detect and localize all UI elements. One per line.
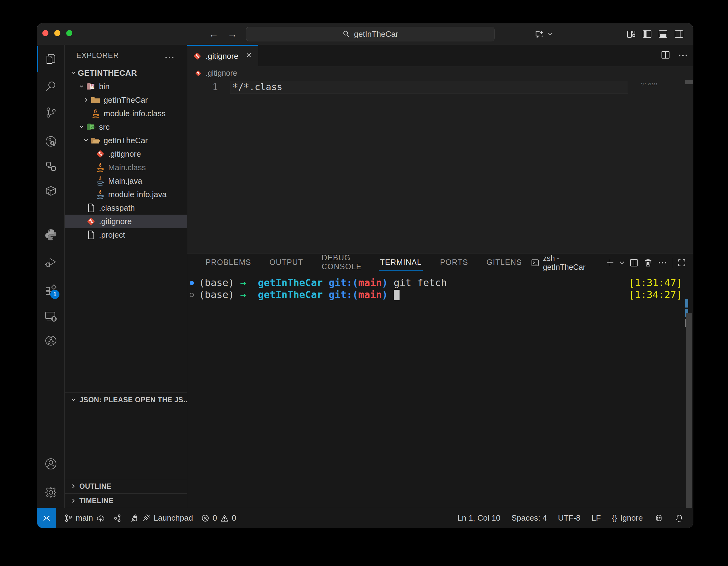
tree-root[interactable]: GETINTHECAR	[65, 66, 187, 80]
section-timeline-header[interactable]: TIMELINE	[65, 494, 187, 508]
language-mode-status[interactable]: {} Ignore	[612, 513, 643, 523]
toggle-panel-icon[interactable]	[658, 28, 669, 40]
close-window-button[interactable]	[42, 30, 48, 36]
tree-item-main-java[interactable]: Main.java	[65, 174, 187, 188]
tab-gitignore[interactable]: .gitignore	[187, 45, 258, 66]
command-pending-decoration-icon[interactable]	[190, 293, 194, 297]
notifications-status[interactable]	[675, 514, 684, 523]
editor-scrollbar[interactable]	[685, 80, 693, 84]
terminal-picker-chevron-icon[interactable]	[617, 256, 627, 269]
timestamp: [1:34:27]	[629, 289, 682, 301]
accounts-button[interactable]	[44, 457, 58, 471]
more-actions-icon[interactable]	[655, 256, 669, 269]
command-success-decoration-icon[interactable]	[190, 281, 194, 285]
tree-item-main-class[interactable]: Main.class	[65, 161, 187, 174]
sidebar-item-symbols[interactable]	[44, 159, 58, 173]
terminal-cursor	[394, 290, 400, 300]
section-outline-header[interactable]: OUTLINE	[65, 479, 187, 493]
terminal[interactable]: (base) → getInTheCar git:(main) git fetc…	[187, 271, 693, 301]
customize-layout-icon[interactable]	[626, 28, 637, 40]
extensions-badge: 1	[50, 290, 59, 299]
code-editor[interactable]: 1 */*.class */*.class	[187, 80, 693, 253]
copilot-icon	[654, 513, 664, 523]
toggle-sidebar-icon[interactable]	[642, 28, 653, 40]
tree-item-bin[interactable]: 0110 bin	[65, 80, 187, 93]
explorer-more-actions-icon[interactable]	[165, 52, 174, 61]
kill-terminal-icon[interactable]	[641, 256, 655, 269]
editor-actions	[661, 45, 688, 66]
tab-debug-console[interactable]: DEBUG CONSOLE	[320, 254, 363, 271]
active-indicator	[37, 46, 38, 72]
more-actions-icon[interactable]	[678, 53, 688, 58]
section-timeline: TIMELINE	[65, 493, 187, 508]
launchpad-status[interactable]: Launchpad	[130, 513, 193, 523]
branch-status[interactable]: main	[64, 513, 105, 523]
terminal-session[interactable]: zsh - getInTheCar	[531, 254, 597, 271]
tab-ports[interactable]: PORTS	[439, 254, 469, 271]
tree-item-gitignore-src[interactable]: .gitignore	[65, 147, 187, 161]
copilot-status[interactable]	[654, 513, 664, 523]
tree-item-module-info-class[interactable]: module-info.class	[65, 107, 187, 120]
minimize-window-button[interactable]	[54, 30, 60, 36]
panel-scrollbar[interactable]	[686, 314, 692, 508]
indentation-status[interactable]: Spaces: 4	[511, 513, 547, 523]
settings-button[interactable]	[44, 485, 58, 500]
cursor-position-status[interactable]: Ln 1, Col 10	[457, 513, 500, 523]
sidebar-item-containers[interactable]	[44, 184, 58, 198]
sidebar-item-search[interactable]	[44, 79, 58, 93]
git-icon	[195, 70, 202, 77]
split-terminal-icon[interactable]	[627, 256, 641, 269]
copilot-menu[interactable]	[533, 27, 554, 41]
back-arrow-icon[interactable]: ←	[207, 27, 220, 41]
remote-indicator[interactable]	[37, 508, 56, 528]
commit-graph-status[interactable]	[113, 514, 122, 522]
tree-item-classpath[interactable]: .classpath	[65, 201, 187, 214]
tree-item-src[interactable]: </> src	[65, 120, 187, 134]
chevron-down-icon	[69, 70, 78, 76]
files-icon	[44, 52, 58, 66]
sidebar-item-run-debug[interactable]	[44, 255, 58, 269]
encoding-status[interactable]: UTF-8	[558, 513, 581, 523]
section-json-header[interactable]: JSON: PLEASE OPEN THE JS...	[65, 393, 187, 407]
chevron-right-icon	[69, 483, 78, 489]
tab-terminal[interactable]: TERMINAL	[379, 254, 423, 271]
problems-status[interactable]: 0 0	[201, 513, 236, 523]
file-icon	[86, 203, 96, 213]
tab-gitlens[interactable]: GITLENS	[485, 254, 523, 271]
search-icon	[44, 79, 58, 93]
sidebar-item-extensions[interactable]: 1	[44, 283, 58, 298]
bell-icon	[675, 514, 684, 523]
maximize-panel-icon[interactable]	[675, 256, 689, 269]
sidebar-item-gitlens-inspect[interactable]	[44, 334, 58, 348]
breadcrumb[interactable]: .gitignore	[187, 66, 693, 80]
sidebar-item-source-control[interactable]	[44, 105, 58, 120]
tree-item-project[interactable]: .project	[65, 228, 187, 241]
tab-output[interactable]: OUTPUT	[268, 254, 305, 271]
eol-status[interactable]: LF	[592, 513, 601, 523]
sidebar-item-explorer[interactable]	[44, 52, 58, 66]
split-editor-icon[interactable]	[661, 50, 670, 61]
sidebar-item-python[interactable]	[44, 228, 58, 242]
code-line: */*.class	[233, 81, 282, 93]
sidebar-item-gitlens[interactable]	[44, 134, 58, 148]
toggle-secondary-sidebar-icon[interactable]	[673, 28, 684, 40]
file-icon	[86, 230, 96, 240]
svg-text:10: 10	[91, 86, 94, 89]
command-center[interactable]: getInTheCar	[246, 27, 495, 41]
tab-label: .gitignore	[206, 51, 238, 61]
tree-item-getinthecar-bin[interactable]: getInTheCar	[65, 93, 187, 107]
zoom-window-button[interactable]	[66, 30, 72, 36]
tree-item-getinthecar-src[interactable]: getInTheCar	[65, 134, 187, 147]
new-terminal-icon[interactable]	[603, 256, 617, 269]
forward-arrow-icon[interactable]: →	[226, 27, 239, 41]
close-tab-icon[interactable]	[245, 51, 252, 61]
close-panel-icon[interactable]	[689, 256, 693, 269]
errors-icon	[201, 514, 210, 522]
sidebar-item-remote-explorer[interactable]	[44, 309, 58, 323]
tab-problems[interactable]: PROBLEMS	[204, 254, 252, 271]
tree-item-gitignore-root[interactable]: .gitignore	[65, 214, 187, 228]
tree-item-module-info-java[interactable]: module-info.java	[65, 188, 187, 201]
gitlens-icon	[44, 134, 58, 148]
git-icon	[86, 216, 96, 226]
plug-icon	[142, 514, 150, 522]
